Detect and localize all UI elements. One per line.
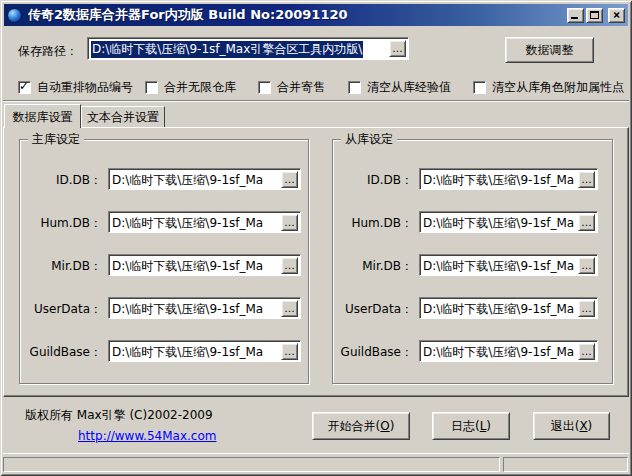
field-label-slave-userdata: UserData： <box>337 301 413 318</box>
checkbox-merge-consignment[interactable]: ✓ 合并寄售 <box>258 79 325 96</box>
checkbox-box[interactable]: ✓ <box>145 81 158 94</box>
group-slave-db: 从库设定 ID.DB： D:\临时下载\压缩\9-1sf_Ma … Hum.DB… <box>332 139 613 384</box>
browse-button-master-mir-db[interactable]: … <box>281 257 298 274</box>
window-controls: × <box>567 8 625 23</box>
field-label-master-mir-db: Mir.DB： <box>22 258 102 275</box>
field-value: D:\临时下载\压缩\9-1sf_Ma <box>423 301 576 317</box>
checkbox-clear-slave-exp[interactable]: ✓ 清空从库经验值 <box>348 79 451 96</box>
field-input-slave-hum-db[interactable]: D:\临时下载\压缩\9-1sf_Ma … <box>419 211 598 233</box>
checkbox-clear-slave-bonus-points[interactable]: ✓ 清空从库角色附加属性点 <box>473 79 624 96</box>
checkbox-label: 清空从库角色附加属性点 <box>492 79 624 96</box>
field-input-master-id-db[interactable]: D:\临时下载\压缩\9-1sf_Ma … <box>108 168 301 190</box>
save-path-label: 保存路径： <box>18 43 78 60</box>
data-adjust-button[interactable]: 数据调整 <box>505 37 594 63</box>
close-icon: × <box>613 10 620 21</box>
checkbox-label: 清空从库经验值 <box>367 79 451 96</box>
field-value: D:\临时下载\压缩\9-1sf_Ma <box>423 215 576 231</box>
field-label-master-userdata: UserData： <box>22 301 102 318</box>
checkbox-label: 合并无限仓库 <box>164 79 236 96</box>
field-label-slave-id-db: ID.DB： <box>337 172 413 189</box>
browse-button-master-hum-db[interactable]: … <box>281 214 298 231</box>
field-label-master-id-db: ID.DB： <box>22 172 102 189</box>
tab-page-database-settings: 主库设定 ID.DB： D:\临时下载\压缩\9-1sf_Ma … Hum.DB… <box>3 127 629 397</box>
browse-button-master-id-db[interactable]: … <box>281 171 298 188</box>
field-value: D:\临时下载\压缩\9-1sf_Ma <box>423 344 576 360</box>
checkbox-box[interactable]: ✓ <box>18 81 31 94</box>
minimize-button[interactable] <box>567 8 584 23</box>
group-slave-title: 从库设定 <box>341 131 397 148</box>
app-window: 传奇2数据库合并器For内功版 Build No:20091120 × 保存路径… <box>0 0 632 476</box>
field-input-master-mir-db[interactable]: D:\临时下载\压缩\9-1sf_Ma … <box>108 254 301 276</box>
button-mnemonic: X <box>579 419 587 433</box>
field-label-slave-hum-db: Hum.DB： <box>337 215 413 232</box>
field-input-master-hum-db[interactable]: D:\临时下载\压缩\9-1sf_Ma … <box>108 211 301 233</box>
field-label-slave-guildbase: GuildBase： <box>337 344 413 361</box>
status-bar <box>3 453 629 473</box>
field-value: D:\临时下载\压缩\9-1sf_Ma <box>423 258 576 274</box>
button-text: ) <box>390 419 395 433</box>
field-input-slave-id-db[interactable]: D:\临时下载\压缩\9-1sf_Ma … <box>419 168 598 190</box>
checkbox-auto-renumber-items[interactable]: ✓ 自动重排物品编号 <box>18 79 133 96</box>
browse-button-slave-hum-db[interactable]: … <box>578 214 595 231</box>
save-path-input[interactable]: D:\临时下载\压缩\9-1sf_Max引擎合区工具内功版\ … <box>87 37 409 60</box>
field-label-slave-mir-db: Mir.DB： <box>337 258 413 275</box>
save-path-value: D:\临时下载\压缩\9-1sf_Max引擎合区工具内功版\ <box>91 41 363 58</box>
copyright-text: 版权所有 Max引擎 (C)2002-2009 <box>25 407 213 424</box>
field-value: D:\临时下载\压缩\9-1sf_Ma <box>112 301 279 317</box>
field-input-slave-guildbase[interactable]: D:\临时下载\压缩\9-1sf_Ma … <box>419 340 598 362</box>
browse-button-slave-userdata[interactable]: … <box>578 300 595 317</box>
checkbox-label: 自动重排物品编号 <box>37 79 133 96</box>
button-text: 日志( <box>451 419 480 433</box>
checkbox-merge-unlimited-storage[interactable]: ✓ 合并无限仓库 <box>145 79 236 96</box>
field-input-master-userdata[interactable]: D:\临时下载\压缩\9-1sf_Ma … <box>108 297 301 319</box>
app-icon <box>7 8 22 23</box>
maximize-icon <box>590 11 599 19</box>
field-input-master-guildbase[interactable]: D:\临时下载\压缩\9-1sf_Ma … <box>108 340 301 362</box>
checkbox-box[interactable]: ✓ <box>473 81 486 94</box>
checkbox-box[interactable]: ✓ <box>258 81 271 94</box>
status-panel-left <box>3 457 500 472</box>
field-value: D:\临时下载\压缩\9-1sf_Ma <box>112 215 279 231</box>
field-value: D:\临时下载\压缩\9-1sf_Ma <box>112 258 279 274</box>
field-value: D:\临时下载\压缩\9-1sf_Ma <box>112 344 279 360</box>
button-mnemonic: O <box>380 419 389 433</box>
browse-button-slave-guildbase[interactable]: … <box>578 343 595 360</box>
close-button[interactable]: × <box>608 8 625 23</box>
save-path-browse-button[interactable]: … <box>389 40 406 57</box>
window-title: 传奇2数据库合并器For内功版 Build No:20091120 <box>28 6 567 24</box>
field-value: D:\临时下载\压缩\9-1sf_Ma <box>423 172 576 188</box>
button-text: 开始合并( <box>328 419 381 433</box>
field-label-master-guildbase: GuildBase： <box>22 344 102 361</box>
field-input-slave-mir-db[interactable]: D:\临时下载\压缩\9-1sf_Ma … <box>419 254 598 276</box>
website-link[interactable]: http://www.54Max.com <box>78 429 216 443</box>
titlebar: 传奇2数据库合并器For内功版 Build No:20091120 × <box>4 4 628 26</box>
browse-button-master-userdata[interactable]: … <box>281 300 298 317</box>
button-text: ) <box>588 419 593 433</box>
log-button[interactable]: 日志(L) <box>432 412 510 440</box>
status-panel-right <box>503 457 628 472</box>
start-merge-button[interactable]: 开始合并(O) <box>312 412 410 440</box>
exit-button[interactable]: 退出(X) <box>533 412 610 440</box>
browse-button-master-guildbase[interactable]: … <box>281 343 298 360</box>
field-value: D:\临时下载\压缩\9-1sf_Ma <box>112 172 279 188</box>
separator <box>3 100 629 102</box>
group-master-title: 主库设定 <box>28 131 84 148</box>
button-text: 退出( <box>551 419 580 433</box>
browse-button-slave-mir-db[interactable]: … <box>578 257 595 274</box>
field-label-master-hum-db: Hum.DB： <box>22 215 102 232</box>
field-input-slave-userdata[interactable]: D:\临时下载\压缩\9-1sf_Ma … <box>419 297 598 319</box>
tab-text-merge-settings[interactable]: 文本合并设置 <box>81 106 165 127</box>
checkbox-box[interactable]: ✓ <box>348 81 361 94</box>
button-text: ) <box>486 419 491 433</box>
group-master-db: 主库设定 ID.DB： D:\临时下载\压缩\9-1sf_Ma … Hum.DB… <box>19 139 309 384</box>
checkbox-label: 合并寄售 <box>277 79 325 96</box>
tab-database-settings[interactable]: 数据库设置 <box>4 104 81 128</box>
browse-button-slave-id-db[interactable]: … <box>578 171 595 188</box>
maximize-button[interactable] <box>586 8 603 23</box>
checkmark-icon: ✓ <box>19 80 29 93</box>
minimize-icon <box>571 17 578 19</box>
